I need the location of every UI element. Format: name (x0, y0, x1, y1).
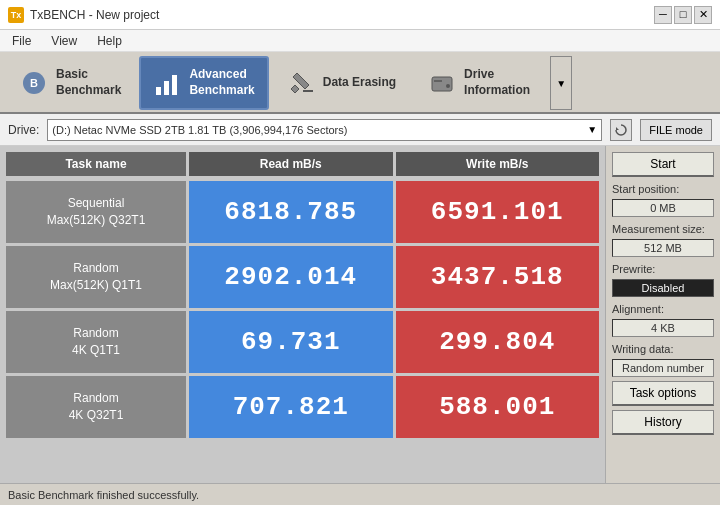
writing-data-value: Random number (612, 359, 714, 377)
toolbar-dropdown[interactable]: ▼ (550, 56, 572, 110)
alignment-label: Alignment: (612, 303, 714, 315)
row-label-0: Sequential Max(512K) Q32T1 (6, 181, 186, 243)
table-row: Sequential Max(512K) Q32T1 6818.785 6591… (6, 181, 599, 243)
menu-bar: File View Help (0, 30, 720, 52)
svg-text:B: B (30, 77, 38, 89)
title-bar-controls: ─ □ ✕ (654, 6, 712, 24)
measurement-size-label: Measurement size: (612, 223, 714, 235)
svg-marker-9 (616, 127, 619, 130)
title-bar-left: Tx TxBENCH - New project (8, 7, 159, 23)
row-write-1: 3437.518 (396, 246, 600, 308)
tab-basic-benchmark[interactable]: B BasicBenchmark (6, 56, 135, 110)
svg-rect-3 (164, 81, 169, 95)
table-row: Random 4K Q32T1 707.821 588.001 (6, 376, 599, 438)
task-options-button[interactable]: Task options (612, 381, 714, 406)
data-erasing-icon (287, 69, 315, 97)
col-header-write: Write mB/s (396, 152, 600, 176)
drive-bar: Drive: (D:) Netac NVMe SSD 2TB 1.81 TB (… (0, 114, 720, 146)
refresh-icon (614, 123, 628, 137)
start-button[interactable]: Start (612, 152, 714, 177)
row-write-3: 588.001 (396, 376, 600, 438)
close-button[interactable]: ✕ (694, 6, 712, 24)
basic-benchmark-icon: B (20, 69, 48, 97)
alignment-value: 4 KB (612, 319, 714, 337)
table-row: Random Max(512K) Q1T1 2902.014 3437.518 (6, 246, 599, 308)
start-position-value: 0 MB (612, 199, 714, 217)
maximize-button[interactable]: □ (674, 6, 692, 24)
drive-refresh-button[interactable] (610, 119, 632, 141)
row-label-2: Random 4K Q1T1 (6, 311, 186, 373)
col-header-read: Read mB/s (189, 152, 393, 176)
start-position-label: Start position: (612, 183, 714, 195)
basic-benchmark-label: BasicBenchmark (56, 67, 121, 98)
tab-drive-information[interactable]: DriveInformation (414, 56, 544, 110)
app-icon: Tx (8, 7, 24, 23)
toolbar: B BasicBenchmark AdvancedBenchmark Data … (0, 52, 720, 114)
status-bar: Basic Benchmark finished successfully. (0, 483, 720, 505)
menu-file[interactable]: File (8, 34, 35, 48)
svg-point-7 (446, 84, 450, 88)
row-read-2: 69.731 (189, 311, 393, 373)
tab-advanced-benchmark[interactable]: AdvancedBenchmark (139, 56, 268, 110)
svg-rect-6 (432, 77, 452, 91)
window-title: TxBENCH - New project (30, 8, 159, 22)
table-header: Task name Read mB/s Write mB/s (6, 152, 599, 176)
history-button[interactable]: History (612, 410, 714, 435)
drive-information-icon (428, 69, 456, 97)
minimize-button[interactable]: ─ (654, 6, 672, 24)
prewrite-value: Disabled (612, 279, 714, 297)
menu-help[interactable]: Help (93, 34, 126, 48)
right-panel: Start Start position: 0 MB Measurement s… (605, 146, 720, 483)
title-bar: Tx TxBENCH - New project ─ □ ✕ (0, 0, 720, 30)
tab-data-erasing[interactable]: Data Erasing (273, 56, 410, 110)
writing-data-label: Writing data: (612, 343, 714, 355)
advanced-benchmark-icon (153, 69, 181, 97)
row-label-1: Random Max(512K) Q1T1 (6, 246, 186, 308)
drive-select-text: (D:) Netac NVMe SSD 2TB 1.81 TB (3,906,9… (52, 124, 347, 136)
row-read-3: 707.821 (189, 376, 393, 438)
menu-view[interactable]: View (47, 34, 81, 48)
benchmark-table: Task name Read mB/s Write mB/s Sequentia… (0, 146, 605, 483)
main-content: Task name Read mB/s Write mB/s Sequentia… (0, 146, 720, 483)
advanced-benchmark-label: AdvancedBenchmark (189, 67, 254, 98)
prewrite-label: Prewrite: (612, 263, 714, 275)
measurement-size-value: 512 MB (612, 239, 714, 257)
dropdown-arrow-icon: ▼ (556, 78, 566, 89)
status-text: Basic Benchmark finished successfully. (8, 489, 199, 501)
drive-information-label: DriveInformation (464, 67, 530, 98)
drive-label: Drive: (8, 123, 39, 137)
row-write-2: 299.804 (396, 311, 600, 373)
file-mode-button[interactable]: FILE mode (640, 119, 712, 141)
row-read-1: 2902.014 (189, 246, 393, 308)
row-label-3: Random 4K Q32T1 (6, 376, 186, 438)
data-erasing-label: Data Erasing (323, 75, 396, 91)
row-write-0: 6591.101 (396, 181, 600, 243)
svg-rect-4 (172, 75, 177, 95)
col-header-task: Task name (6, 152, 186, 176)
row-read-0: 6818.785 (189, 181, 393, 243)
drive-select[interactable]: (D:) Netac NVMe SSD 2TB 1.81 TB (3,906,9… (47, 119, 602, 141)
svg-rect-2 (156, 87, 161, 95)
table-row: Random 4K Q1T1 69.731 299.804 (6, 311, 599, 373)
drive-select-arrow-icon: ▼ (587, 124, 597, 135)
